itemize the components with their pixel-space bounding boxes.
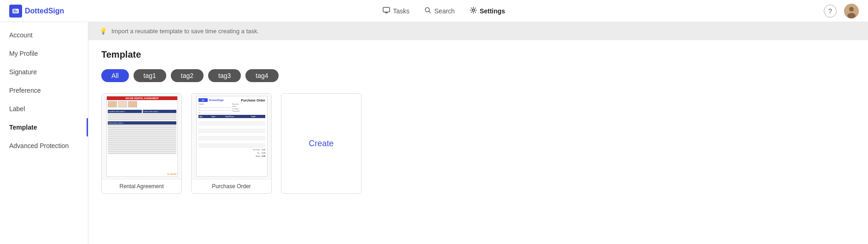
sidebar-item-advanced-protection-label: Advanced Protection <box>9 142 69 149</box>
svg-point-11 <box>849 7 854 12</box>
nav-search[interactable]: Search <box>424 6 454 15</box>
svg-rect-2 <box>13 11 18 11</box>
monitor-icon <box>383 6 390 15</box>
sidebar-item-my-profile[interactable]: My Profile <box>0 44 88 63</box>
sidebar-item-account-label: Account <box>9 31 33 39</box>
svg-point-9 <box>472 9 474 12</box>
templates-grid: HOUSE RENTAL AGREEMENT Landlord Informat… <box>101 93 855 194</box>
help-icon: ? <box>828 7 832 15</box>
sidebar-item-preference[interactable]: Preference <box>0 81 88 100</box>
header-right: ? <box>824 4 859 18</box>
svg-rect-1 <box>13 10 16 10</box>
sidebar-item-advanced-protection[interactable]: Advanced Protection <box>0 137 88 155</box>
header-nav: Tasks Search Settings <box>383 6 505 15</box>
tag-2[interactable]: tag2 <box>171 69 204 82</box>
logo-text: DottedSign <box>25 7 64 15</box>
tag-3[interactable]: tag3 <box>208 69 241 82</box>
nav-settings-label: Settings <box>480 7 505 15</box>
content-area: Template All tag1 tag2 tag3 tag4 HOUSE R… <box>88 40 868 203</box>
sidebar-item-template[interactable]: Template <box>0 118 88 137</box>
purchase-order-preview: DS DottedSign Purchase Order ShipTo: — <box>192 94 272 179</box>
sidebar-item-label-label: Label <box>9 105 25 113</box>
tag-1[interactable]: tag1 <box>134 69 166 82</box>
tag-all[interactable]: All <box>101 69 129 82</box>
sidebar-item-signature-label: Signature <box>9 68 37 76</box>
sidebar-item-my-profile-label: My Profile <box>9 50 38 57</box>
svg-rect-3 <box>13 12 17 12</box>
sidebar-item-account[interactable]: Account <box>0 26 88 44</box>
rental-agreement-preview: HOUSE RENTAL AGREEMENT Landlord Informat… <box>102 94 182 179</box>
purchase-order-name: Purchase Order <box>192 179 271 193</box>
svg-point-7 <box>425 8 430 12</box>
create-template-card[interactable]: Create <box>281 93 361 194</box>
logo-icon <box>9 5 22 18</box>
help-button[interactable]: ? <box>824 5 837 18</box>
info-icon: 💡 <box>99 28 107 35</box>
sidebar-item-template-label: Template <box>9 124 37 131</box>
rental-agreement-name: Rental Agreement <box>102 179 181 193</box>
gear-icon <box>470 6 477 15</box>
nav-settings[interactable]: Settings <box>470 6 505 15</box>
svg-line-8 <box>429 12 431 13</box>
sidebar: Account My Profile Signature Preference … <box>0 22 88 244</box>
nav-search-label: Search <box>434 7 454 15</box>
tag-4[interactable]: tag4 <box>245 69 278 82</box>
template-card-rental-agreement[interactable]: HOUSE RENTAL AGREEMENT Landlord Informat… <box>101 93 182 194</box>
avatar[interactable] <box>844 4 859 18</box>
body: Account My Profile Signature Preference … <box>0 22 868 244</box>
info-banner: 💡 Import a reusable template to save tim… <box>88 22 868 40</box>
create-label: Create <box>309 139 333 149</box>
logo[interactable]: DottedSign <box>9 5 64 18</box>
search-icon <box>424 6 431 15</box>
info-text: Import a reusable template to save time … <box>111 28 259 35</box>
sidebar-item-signature[interactable]: Signature <box>0 63 88 81</box>
page-title: Template <box>101 49 855 60</box>
template-card-purchase-order[interactable]: DS DottedSign Purchase Order ShipTo: — <box>191 93 272 194</box>
tags-row: All tag1 tag2 tag3 tag4 <box>101 69 855 82</box>
svg-rect-4 <box>383 7 390 12</box>
sidebar-item-preference-label: Preference <box>9 87 41 94</box>
svg-point-12 <box>847 13 856 18</box>
main-content: 💡 Import a reusable template to save tim… <box>88 22 868 244</box>
nav-tasks-label: Tasks <box>393 7 409 15</box>
nav-tasks[interactable]: Tasks <box>383 6 409 15</box>
header: DottedSign Tasks Search <box>0 0 868 22</box>
sidebar-item-label[interactable]: Label <box>0 100 88 118</box>
